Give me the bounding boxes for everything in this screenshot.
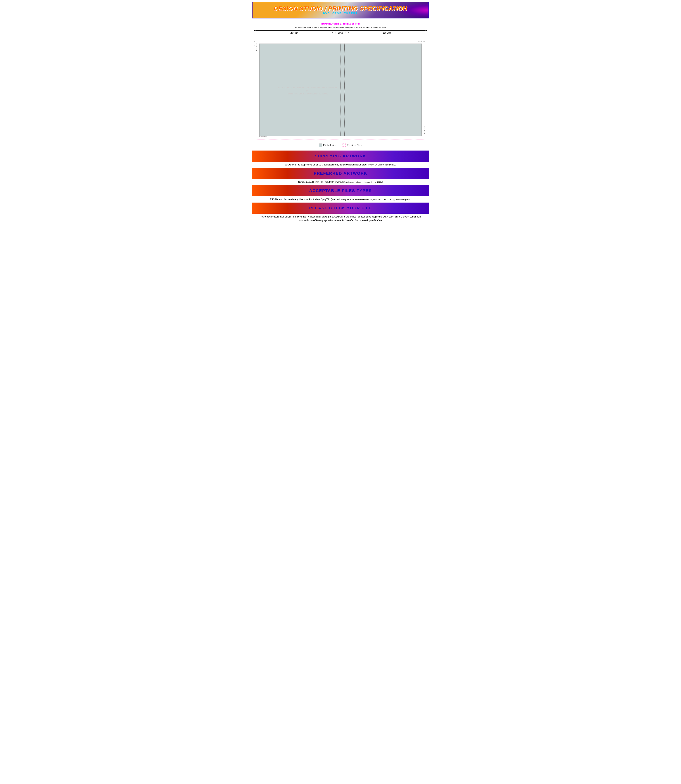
full-dimension-arrow: ◄ ► <box>254 30 427 32</box>
arrow-down-icon: ▼ <box>250 134 250 136</box>
banner-subtitle: DVD CASE INSERT <box>323 12 358 15</box>
line-1 <box>255 33 289 33</box>
preferred-artwork-body: Supplied as a Hi-Res PDF with fonts embe… <box>252 179 429 185</box>
three-part-dimension-row: ◄ 129.5mm ► ◄ 14mm ► ◄ 129.5mm ► <box>254 32 427 34</box>
bleed-label-bottom: 4mm Bleed <box>259 136 267 137</box>
check-body-bold: we will always provide an emailed proof … <box>310 219 382 222</box>
supplying-artwork-body: Artwork can be supplied via email as a p… <box>252 162 429 168</box>
preferred-body-small: (Minimum picture/photo resolution of 300… <box>346 181 383 183</box>
header-banner: DESIGN STUDIO / PRINTING SPECIFICATION D… <box>252 2 429 19</box>
spine-line-right <box>344 44 345 136</box>
arrow-right-icon: ► <box>426 30 427 32</box>
dimension-line <box>255 30 426 31</box>
arr-left-1: ◄ <box>254 32 255 34</box>
supplying-artwork-header: SUPPLYING ARTWORK <box>252 150 429 162</box>
bleed-v-top: ▼ <box>254 40 255 44</box>
dim-spine-label: 14mm <box>337 32 344 34</box>
acceptable-files-header: ACCEPTABLE FILES TYPES <box>252 185 429 196</box>
bleed-label: Required Bleed <box>347 144 362 146</box>
diagram-wrapper: PLEASE KEEP TEXT/IMPORTANT INFORMATION A… <box>254 34 427 141</box>
bleed-box <box>342 144 346 147</box>
printable-box <box>319 144 322 147</box>
bleed-label-right: 4mm Bleed <box>423 126 425 133</box>
printable-area: PLEASE KEEP TEXT/IMPORTANT INFORMATION A… <box>259 44 422 136</box>
arrow-up-icon: ▲ <box>250 44 250 45</box>
bleed-label-left: 4mm Bleed <box>256 44 258 51</box>
check-file-body: Your design should have at least 4mm ove… <box>252 214 429 223</box>
banner-title: DESIGN STUDIO / PRINTING SPECIFICATION <box>274 5 407 12</box>
bleed-label-top: 4mm Bleed <box>418 40 425 42</box>
legend: Printable Area Required Bleed <box>252 144 429 147</box>
check-file-header: PLEASE CHECK YOUR FILE <box>252 203 429 214</box>
line-2 <box>298 33 332 33</box>
safe-area-text: PLEASE KEEP TEXT/IMPORTANT INFORMATION A… <box>278 86 337 95</box>
acceptable-body-small: (please include relevant fonts, or embed… <box>348 198 411 201</box>
preferred-artwork-title: PREFERRED ARTWORK <box>252 169 429 177</box>
height-label: 183mm <box>250 87 250 92</box>
arr-right-1: ► <box>332 32 334 34</box>
line-4 <box>392 33 426 33</box>
dim-right-label: 129.5mm <box>383 32 392 34</box>
printable-label: Printable Area <box>323 144 337 146</box>
info-sections: SUPPLYING ARTWORK Artwork can be supplie… <box>252 150 429 223</box>
legend-bleed: Required Bleed <box>342 144 362 147</box>
height-dimension: ▲ 183mm ▼ <box>250 44 250 136</box>
trimmed-size-label: TRIMMED SIZE 273mm x 183mm <box>252 22 429 25</box>
bleed-v-top2: ▲ <box>254 44 255 47</box>
preferred-body-main: Supplied as a Hi-Res PDF with fonts embe… <box>298 181 346 183</box>
arr-right-2: ► <box>426 32 427 34</box>
acceptable-files-body: EPS file (with fonts outlined), Illustra… <box>252 196 429 203</box>
supplying-artwork-title: SUPPLYING ARTWORK <box>252 152 429 160</box>
line-3 <box>349 33 383 33</box>
preferred-artwork-header: PREFERRED ARTWORK <box>252 168 429 179</box>
arrow-left-icon: ◄ <box>254 30 255 32</box>
dim-left-label: 129.5mm <box>289 32 298 34</box>
bleed-note: An additional 4mm bleed is required on a… <box>252 27 429 29</box>
arr-left-2: ◄ <box>347 32 349 34</box>
check-file-title: PLEASE CHECK YOUR FILE <box>252 204 429 212</box>
legend-printable: Printable Area <box>319 144 337 147</box>
acceptable-body-main: EPS file (with fonts outlined), Illustra… <box>270 198 348 201</box>
acceptable-files-title: ACCEPTABLE FILES TYPES <box>252 187 429 195</box>
